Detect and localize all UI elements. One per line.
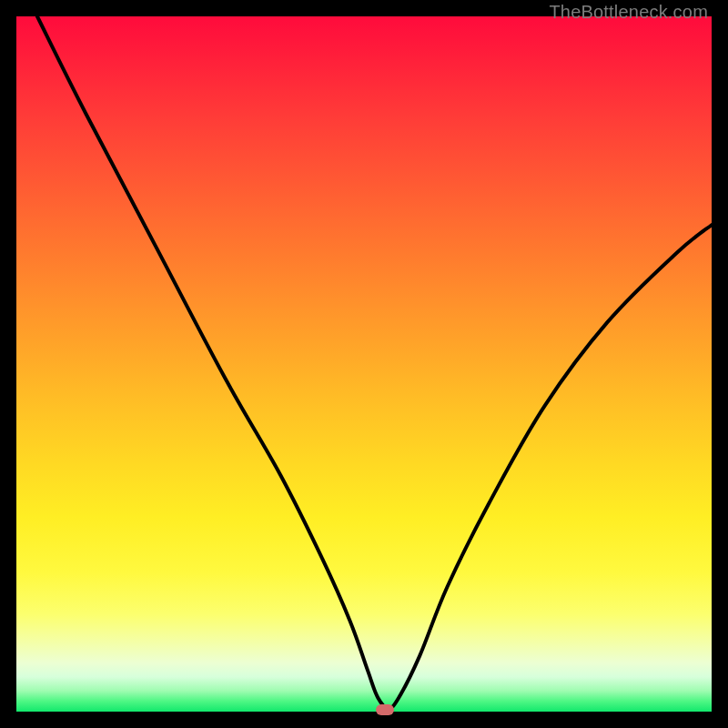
attribution-text: TheBottleneck.com	[549, 2, 708, 23]
optimum-marker	[376, 704, 394, 715]
plot-area	[16, 16, 712, 712]
bottleneck-curve	[16, 16, 712, 712]
curve-path	[37, 16, 712, 708]
chart-frame: TheBottleneck.com	[0, 0, 728, 728]
